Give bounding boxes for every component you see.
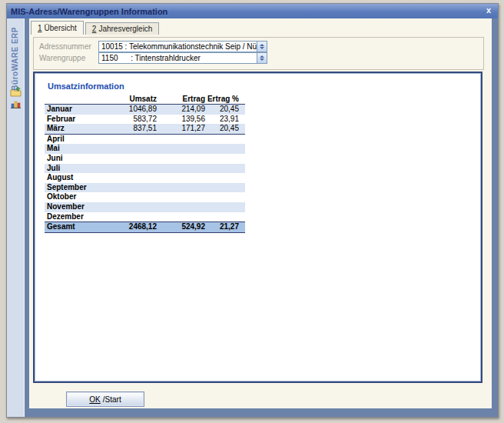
- tab-mnemonic: 1: [38, 24, 42, 32]
- title-bar: MIS-Adress/Warengruppen Information x: [7, 4, 498, 18]
- close-icon[interactable]: x: [486, 5, 491, 15]
- warengruppe-value[interactable]: 1150 : Tintenstrahldrucker: [99, 53, 257, 63]
- table-row: April: [45, 135, 245, 145]
- spinner-icon[interactable]: [257, 42, 267, 52]
- table-row: Dezember: [45, 212, 245, 222]
- tab-label: Übersicht: [45, 24, 77, 32]
- filter-groupbox: Adressnummer 10015 : Telekommunikationst…: [33, 37, 484, 70]
- app-window: MIS-Adress/Warengruppen Information x Bü…: [6, 3, 499, 418]
- table-row: März837,51171,2720,45: [45, 124, 245, 135]
- warengruppe-field[interactable]: 1150 : Tintenstrahldrucker: [98, 52, 267, 64]
- table-header: Umsatz Ertrag Ertrag %: [45, 94, 245, 105]
- dialog-content: 1Übersicht 2Jahresvergleich Adressnummer…: [29, 18, 492, 408]
- spinner-icon[interactable]: [257, 53, 267, 63]
- table-total-row: Gesamt2468,12524,9221,27: [45, 221, 245, 233]
- ok-start-button[interactable]: OK/Start: [66, 391, 144, 407]
- window-body: BüroWARE ERP: [7, 18, 498, 417]
- report-title: Umsatzinformation: [48, 82, 124, 91]
- table-row: Juni: [45, 154, 245, 164]
- screen: MIS-Adress/Warengruppen Information x Bü…: [0, 0, 504, 423]
- tab-mnemonic: 2: [92, 25, 97, 33]
- chart-icon[interactable]: [10, 98, 22, 109]
- adressnummer-label: Adressnummer: [39, 42, 91, 51]
- header-ertrag: Ertrag: [157, 94, 205, 104]
- tab-uebersicht[interactable]: 1Übersicht: [31, 21, 84, 35]
- ok-mnemonic: OK: [89, 395, 100, 404]
- header-umsatz: Umsatz: [114, 94, 157, 104]
- table-row: November: [45, 202, 245, 212]
- adressnummer-value[interactable]: 10015 : Telekommunikationstechnik Seip /…: [99, 42, 257, 52]
- umsatz-table: Umsatz Ertrag Ertrag % Januar1046,89214,…: [45, 94, 245, 233]
- header-ertrag-pct: Ertrag %: [205, 94, 239, 104]
- ok-rest: /Start: [103, 395, 121, 404]
- table-row: Februar583,72139,5623,91: [45, 115, 245, 125]
- export-folder-icon[interactable]: [10, 86, 22, 97]
- tab-jahresvergleich[interactable]: 2Jahresvergleich: [85, 22, 160, 35]
- table-row: Oktober: [45, 192, 245, 202]
- warengruppe-label: Warengruppe: [39, 54, 85, 62]
- window-title: MIS-Adress/Warengruppen Information: [7, 7, 167, 16]
- tab-label: Jahresvergleich: [98, 25, 152, 33]
- brand-label: BüroWARE ERP: [11, 27, 19, 91]
- tab-bar: 1Übersicht 2Jahresvergleich: [31, 21, 161, 35]
- table-row: August: [45, 173, 245, 183]
- adressnummer-field[interactable]: 10015 : Telekommunikationstechnik Seip /…: [98, 41, 267, 52]
- table-row: September: [45, 183, 245, 193]
- brand-sidebar: BüroWARE ERP: [7, 18, 25, 417]
- table-row: Januar1046,89214,0920,45: [45, 105, 245, 115]
- report-panel: Umsatzinformation Umsatz Ertrag Ertrag %…: [33, 72, 482, 383]
- table-row: Mai: [45, 144, 245, 154]
- table-row: Juli: [45, 164, 245, 174]
- header-month: [45, 94, 114, 104]
